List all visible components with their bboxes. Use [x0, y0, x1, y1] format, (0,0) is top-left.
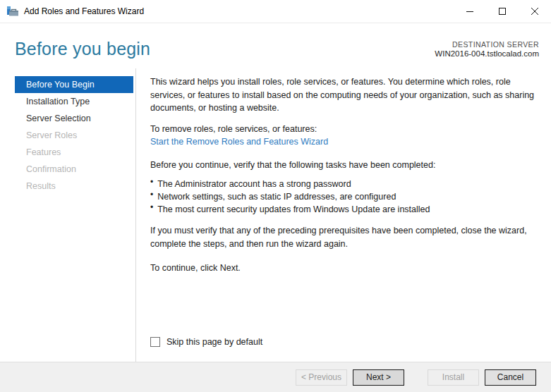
skip-page-row: Skip this page by default — [150, 336, 540, 349]
sidebar-item-label: Installation Type — [26, 97, 90, 106]
server-manager-app-icon — [7, 6, 18, 17]
prerequisites-note: If you must verify that any of the prece… — [150, 224, 540, 250]
sidebar-item-label: Results — [26, 181, 56, 191]
remove-roles-link[interactable]: Start the Remove Roles and Features Wiza… — [150, 135, 328, 149]
sidebar-item-label: Confirmation — [26, 164, 76, 174]
wizard-header: Before you begin DESTINATION SERVER WIN2… — [0, 23, 551, 68]
wizard-footer: < Previous Next > Install Cancel — [0, 362, 551, 392]
wizard-window: Add Roles and Features Wizard Before you… — [0, 0, 551, 392]
sidebar-item-before-you-begin[interactable]: Before You Begin — [15, 76, 133, 93]
destination-server-block: DESTINATION SERVER WIN2016-004.tstlocala… — [435, 39, 539, 59]
task-list: • The Administrator account has a strong… — [150, 178, 540, 216]
sidebar-item-label: Features — [26, 147, 61, 157]
task-item-text: The most current security updates from W… — [157, 203, 430, 216]
minimize-button[interactable] — [454, 0, 486, 23]
titlebar[interactable]: Add Roles and Features Wizard — [0, 0, 551, 23]
continue-note: To continue, click Next. — [150, 262, 540, 275]
sidebar-item-confirmation: Confirmation — [15, 161, 133, 178]
verify-tasks-paragraph: Before you continue, verify that the fol… — [150, 159, 540, 172]
skip-page-checkbox[interactable] — [150, 337, 160, 347]
cancel-button[interactable]: Cancel — [485, 369, 536, 386]
remove-roles-text: To remove roles, role services, or featu… — [150, 124, 317, 134]
wizard-content: This wizard helps you install roles, rol… — [136, 68, 551, 362]
maximize-icon — [499, 8, 506, 15]
close-icon — [531, 8, 538, 15]
window-controls — [454, 0, 551, 23]
sidebar-item-label: Server Roles — [26, 130, 77, 140]
task-item: • Network settings, such as static IP ad… — [150, 190, 540, 203]
sidebar-item-server-selection[interactable]: Server Selection — [15, 110, 133, 127]
previous-button: < Previous — [296, 369, 347, 386]
bullet-icon: • — [150, 188, 153, 201]
intro-paragraph: This wizard helps you install roles, rol… — [150, 75, 540, 115]
sidebar-item-results: Results — [15, 178, 133, 195]
sidebar-item-server-roles: Server Roles — [15, 127, 133, 144]
task-item: • The Administrator account has a strong… — [150, 178, 540, 190]
wizard-steps-sidebar: Before You Begin Installation Type Serve… — [0, 68, 136, 362]
maximize-button[interactable] — [486, 0, 519, 23]
bullet-icon: • — [150, 176, 153, 188]
task-item-text: The Administrator account has a strong p… — [157, 178, 351, 190]
page-title: Before you begin — [15, 39, 150, 59]
minimize-icon — [466, 8, 473, 15]
sidebar-item-label: Server Selection — [26, 114, 91, 123]
sidebar-item-features: Features — [15, 144, 133, 161]
window-title: Add Roles and Features Wizard — [24, 6, 144, 16]
wizard-main: Before You Begin Installation Type Serve… — [0, 68, 551, 362]
task-item-text: Network settings, such as static IP addr… — [157, 190, 396, 203]
sidebar-item-installation-type[interactable]: Installation Type — [15, 93, 133, 110]
install-button: Install — [428, 369, 479, 386]
close-button[interactable] — [519, 0, 551, 23]
bullet-icon: • — [150, 201, 153, 214]
skip-page-checkbox-label[interactable]: Skip this page by default — [166, 336, 262, 349]
destination-server-label: DESTINATION SERVER — [435, 40, 539, 49]
next-button[interactable]: Next > — [353, 369, 404, 386]
remove-roles-paragraph: To remove roles, role services, or featu… — [150, 123, 540, 149]
task-item: • The most current security updates from… — [150, 203, 540, 216]
sidebar-item-label: Before You Begin — [26, 80, 95, 90]
destination-server-name: WIN2016-004.tstlocalad.com — [435, 49, 539, 59]
